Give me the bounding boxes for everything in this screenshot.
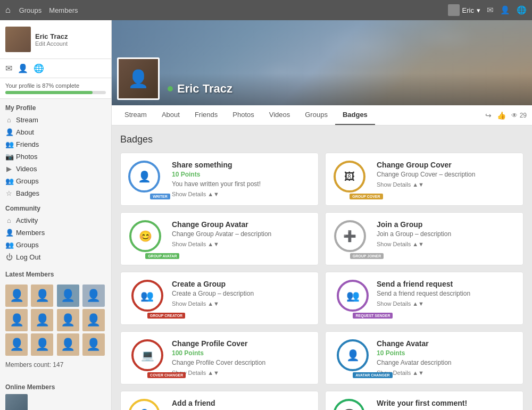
badges-grid: 👤 WRITER Share something 10 Points You h…: [120, 153, 523, 410]
share-icon[interactable]: ↪: [485, 111, 492, 120]
badge-show-details-button[interactable]: Show Details ▲▼: [377, 241, 516, 247]
progress-bar-background: [5, 91, 106, 94]
tab-photos[interactable]: Photos: [225, 105, 261, 125]
sidebar-item-badges[interactable]: ☆Badges: [0, 187, 111, 199]
sidebar-item-photos[interactable]: 📷Photos: [0, 150, 111, 163]
show-details-label: Show Details: [172, 191, 206, 197]
home-icon[interactable]: ⌂: [5, 5, 11, 15]
tab-actions: ↪ 👍 👁 29: [485, 111, 527, 120]
sidebar-edit-link[interactable]: Edit Account: [35, 40, 68, 47]
tab-about[interactable]: About: [154, 105, 187, 125]
badge-show-details-button[interactable]: Show Details ▲▼: [172, 241, 311, 247]
sidebar-profile-header: Eric Tracz Edit Account: [0, 20, 111, 59]
cover-profile-picture[interactable]: 👤: [117, 57, 160, 100]
badge-circle-icon: 👤: [128, 399, 160, 410]
badge-description: Send a friend request description: [377, 290, 516, 297]
sidebar-item-label: Photos: [16, 153, 37, 161]
progress-bar-fill: [5, 91, 93, 94]
sidebar-mail-icon[interactable]: ✉: [5, 63, 12, 73]
show-details-icon: ▲▼: [412, 300, 424, 307]
show-details-label: Show Details: [172, 241, 206, 247]
tab-badges[interactable]: Badges: [335, 105, 375, 125]
member-thumb-10[interactable]: 👤: [31, 333, 53, 356]
member-thumb-2[interactable]: 👤: [31, 285, 53, 307]
top-nav-dropdown-icon: ▾: [477, 6, 480, 14]
show-details-icon: ▲▼: [207, 191, 219, 197]
member-thumb-8[interactable]: 👤: [82, 309, 105, 331]
badge-ribbon-label: REQUEST SENDER: [353, 313, 393, 319]
sidebar-item-icon: 👤: [5, 128, 13, 136]
badge-show-details-button[interactable]: Show Details ▲▼: [377, 370, 516, 376]
badge-card-5: 👥 REQUEST SENDER Send a friend request S…: [325, 272, 523, 325]
online-members-section: Online Members Members count: 147: [0, 376, 111, 410]
badge-icon-wrap: 😊 GROUP AVATAR: [128, 220, 165, 257]
top-nav-user[interactable]: Eric ▾: [448, 4, 480, 16]
badge-info: Change Avatar 10 Points Change Avatar de…: [377, 339, 516, 376]
badge-card-8: 👤 BEFRIENDER Add a friend 10 Points Get …: [120, 391, 319, 410]
nav-members-link[interactable]: Members: [49, 6, 78, 14]
sidebar-item-label: Friends: [16, 140, 39, 148]
member-thumb-6[interactable]: 👤: [31, 309, 53, 331]
member-thumb-9[interactable]: 👤: [5, 333, 28, 356]
badge-card-1: 🖼 GROUP COVER Change Group Cover Change …: [325, 153, 523, 206]
community-item-log-out[interactable]: ⏻Log Out: [0, 251, 111, 263]
tab-stream[interactable]: Stream: [117, 105, 154, 125]
online-member-thumb[interactable]: [5, 394, 28, 410]
like-icon[interactable]: 👍: [497, 111, 506, 120]
community-item-label: Members: [16, 229, 45, 237]
badge-show-details-button[interactable]: Show Details ▲▼: [172, 370, 311, 376]
badge-ribbon-label: GROUP CREATOR: [147, 313, 185, 319]
badge-circle-icon: 🖼: [334, 161, 365, 193]
tab-groups[interactable]: Groups: [297, 105, 335, 125]
badge-description: Change Profile Cover description: [172, 359, 311, 366]
nav-groups-link[interactable]: Groups: [19, 6, 42, 14]
my-profile-section-title: My Profile: [0, 99, 111, 114]
member-thumb-11[interactable]: 👤: [57, 333, 79, 356]
community-item-groups[interactable]: 👥Groups: [0, 239, 111, 251]
sidebar-item-about[interactable]: 👤About: [0, 126, 111, 138]
top-nav-avatar: [448, 4, 460, 16]
sidebar-item-groups[interactable]: 👥Groups: [0, 175, 111, 187]
member-thumb-3[interactable]: 👤: [57, 285, 79, 307]
member-thumb-1[interactable]: 👤: [5, 285, 28, 307]
sidebar-item-videos[interactable]: ▶Videos: [0, 163, 111, 175]
badge-show-details-button[interactable]: Show Details ▲▼: [377, 300, 516, 307]
badge-card-4: 👥 GROUP CREATOR Create a Group Create a …: [120, 272, 319, 325]
badge-icon-wrap: 👤 WRITER: [128, 161, 165, 198]
tab-videos[interactable]: Videos: [262, 105, 298, 125]
badge-ribbon-label: AVATAR CHANGER: [353, 372, 392, 378]
badge-name: Add a friend: [172, 399, 311, 407]
sidebar-icons: ✉ 👤 🌐: [0, 59, 111, 78]
badge-show-details-button[interactable]: Show Details ▲▼: [172, 191, 311, 197]
top-nav-person-icon[interactable]: 👤: [500, 5, 510, 15]
badge-info: Change Group Cover Change Group Cover – …: [377, 161, 516, 188]
badge-show-details-button[interactable]: Show Details ▲▼: [377, 181, 516, 188]
community-item-members[interactable]: 👤Members: [0, 227, 111, 239]
community-item-label: Activity: [16, 216, 38, 224]
badge-description: Change Group Cover – description: [377, 171, 516, 178]
top-nav-mail-icon[interactable]: ✉: [487, 5, 494, 15]
sidebar-globe-icon[interactable]: 🌐: [34, 63, 44, 73]
community-item-icon: 👤: [5, 229, 13, 237]
badge-ribbon-label: COVER CHANGER: [147, 372, 186, 378]
community-item-activity[interactable]: ⌂Activity: [0, 214, 111, 227]
member-thumb-4[interactable]: 👤: [82, 285, 105, 307]
sidebar-person-icon[interactable]: 👤: [18, 63, 28, 73]
member-thumb-12[interactable]: 👤: [82, 333, 105, 356]
top-nav-globe-icon[interactable]: 🌐: [517, 5, 527, 15]
sidebar-item-icon: ▶: [5, 165, 13, 173]
badge-circle-icon: 💻: [131, 339, 163, 371]
sidebar-item-stream[interactable]: ⌂Stream: [0, 114, 111, 126]
sidebar-item-friends[interactable]: 👥Friends: [0, 138, 111, 150]
badge-card-0: 👤 WRITER Share something 10 Points You h…: [120, 153, 319, 206]
profile-complete-section: Your profile is 87% complete: [0, 78, 111, 99]
badge-circle-icon: ➕: [334, 220, 366, 252]
sidebar-item-icon: 👥: [5, 140, 13, 148]
member-thumb-5[interactable]: 👤: [5, 309, 28, 331]
member-thumb-7[interactable]: 👤: [57, 309, 79, 331]
sidebar-item-icon: ⌂: [5, 116, 13, 124]
badges-section-title: Badges: [120, 134, 523, 145]
tab-friends[interactable]: Friends: [187, 105, 225, 125]
badge-show-details-button[interactable]: Show Details ▲▼: [172, 300, 311, 307]
sidebar-item-label: About: [16, 128, 34, 136]
